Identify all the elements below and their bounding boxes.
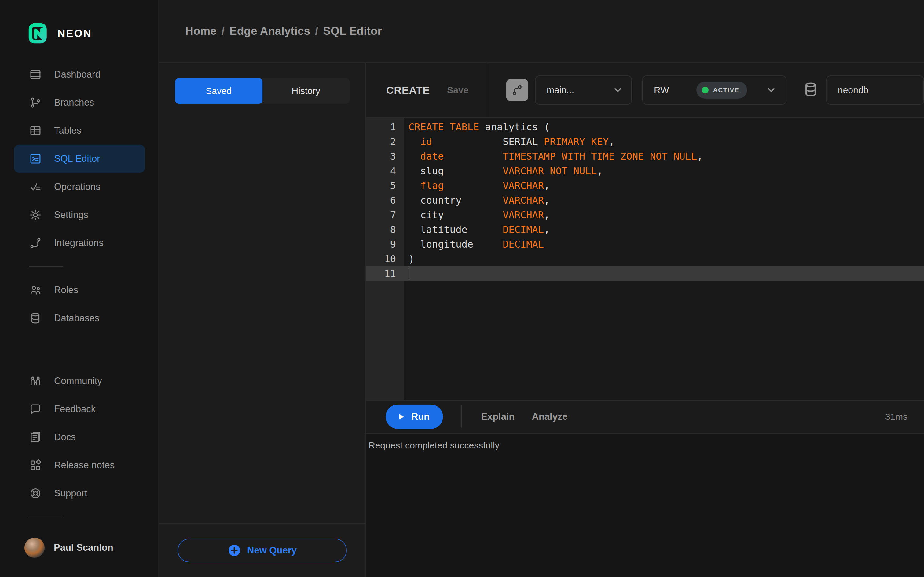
sidebar-item-label: Docs <box>54 432 76 443</box>
sidebar-item-label: Integrations <box>54 237 103 248</box>
database-select-value: neondb <box>838 85 868 95</box>
text-cursor <box>409 268 409 280</box>
sidebar-item-label: SQL Editor <box>54 153 100 164</box>
code-text: date TIMESTAMP WITH TIME ZONE NOT NULL, <box>404 149 703 164</box>
sidebar-item-feedback[interactable]: Feedback <box>14 395 145 423</box>
sidebar-item-databases[interactable]: Databases <box>14 304 145 332</box>
sidebar-item-label: Branches <box>54 97 94 108</box>
databases-icon <box>29 312 42 324</box>
sidebar-item-branches[interactable]: Branches <box>14 89 145 117</box>
sidebar-item-label: Dashboard <box>54 69 100 80</box>
sidebar-item-label: Settings <box>54 210 88 221</box>
code-line-5[interactable]: 5 flag VARCHAR, <box>366 178 924 193</box>
tables-icon <box>29 124 42 137</box>
run-button[interactable]: Run <box>386 405 443 429</box>
database-select[interactable]: neondb <box>826 76 924 105</box>
neon-logo[interactable]: NEON <box>0 0 158 44</box>
active-status-dot <box>702 87 709 93</box>
roles-icon <box>29 284 42 297</box>
sql-code-editor[interactable]: 1CREATE TABLE analytics (2 id SERIAL PRI… <box>366 117 924 400</box>
code-text: id SERIAL PRIMARY KEY, <box>404 134 614 149</box>
queries-list-empty <box>159 104 365 523</box>
new-query-button[interactable]: New Query <box>178 538 347 562</box>
line-number: 9 <box>366 239 404 250</box>
line-number: 1 <box>366 121 404 133</box>
code-text: slug VARCHAR NOT NULL, <box>404 164 603 178</box>
tab-history[interactable]: History <box>262 78 350 104</box>
line-number: 11 <box>366 268 404 279</box>
query-title: CREATE <box>386 84 430 96</box>
run-label: Run <box>411 411 430 422</box>
sidebar-divider-bottom <box>29 517 63 517</box>
endpoint-status-badge: ACTIVE <box>696 82 747 98</box>
sidebar-item-label: Release notes <box>54 460 115 471</box>
sidebar-item-sql-editor[interactable]: SQL Editor <box>14 145 145 173</box>
branch-select[interactable]: main... <box>535 76 632 105</box>
main-region: Home / Edge Analytics / SQL Editor Saved… <box>159 0 924 577</box>
sidebar-item-release-notes[interactable]: Release notes <box>14 451 145 479</box>
code-line-7[interactable]: 7 city VARCHAR, <box>366 208 924 222</box>
docs-icon <box>29 431 42 443</box>
branches-icon <box>29 96 42 109</box>
sidebar-item-settings[interactable]: Settings <box>14 201 145 229</box>
code-line-2[interactable]: 2 id SERIAL PRIMARY KEY, <box>366 134 924 149</box>
sidebar-spacer <box>0 332 158 367</box>
code-line-4[interactable]: 4 slug VARCHAR NOT NULL, <box>366 164 924 178</box>
code-lines: 1CREATE TABLE analytics (2 id SERIAL PRI… <box>366 120 924 281</box>
code-line-3[interactable]: 3 date TIMESTAMP WITH TIME ZONE NOT NULL… <box>366 149 924 164</box>
line-number: 8 <box>366 224 404 235</box>
queries-tabs: Saved History <box>175 78 350 104</box>
explain-button[interactable]: Explain <box>481 411 515 422</box>
breadcrumb-project[interactable]: Edge Analytics <box>229 25 310 37</box>
breadcrumb-separator: / <box>221 25 225 37</box>
code-line-6[interactable]: 6 country VARCHAR, <box>366 193 924 208</box>
results-area <box>366 458 924 577</box>
neon-console-window: NEON DashboardBranchesTablesSQL EditorOp… <box>0 0 924 577</box>
user-menu[interactable]: Paul Scanlon <box>0 526 158 563</box>
new-query-area: New Query <box>159 523 365 577</box>
breadcrumb-home[interactable]: Home <box>185 25 216 37</box>
community-icon <box>29 375 42 387</box>
line-number: 4 <box>366 165 404 177</box>
code-text: ) <box>404 251 414 266</box>
sidebar-item-community[interactable]: Community <box>14 367 145 395</box>
endpoint-select[interactable]: RW ACTIVE <box>642 76 787 105</box>
branch-button[interactable] <box>506 79 528 101</box>
sidebar-item-label: Tables <box>54 125 82 136</box>
sidebar-item-integrations[interactable]: Integrations <box>14 229 145 257</box>
branch-icon <box>510 83 524 97</box>
sidebar-nav-bottom: CommunityFeedbackDocsRelease notesSuppor… <box>0 367 158 508</box>
sidebar-item-dashboard[interactable]: Dashboard <box>14 60 145 89</box>
sidebar-item-label: Operations <box>54 181 100 192</box>
endpoint-select-value: RW <box>654 85 669 95</box>
code-text: CREATE TABLE analytics ( <box>404 120 550 134</box>
line-number: 3 <box>366 150 404 162</box>
sidebar-item-operations[interactable]: Operations <box>14 173 145 201</box>
save-button[interactable]: Save <box>447 85 468 95</box>
breadcrumb: Home / Edge Analytics / SQL Editor <box>185 25 382 37</box>
plus-circle-icon <box>228 544 241 557</box>
sidebar-item-label: Databases <box>54 313 99 324</box>
sidebar-item-tables[interactable]: Tables <box>14 117 145 145</box>
release-notes-icon <box>29 459 42 472</box>
code-line-9[interactable]: 9 longitude DECIMAL <box>366 237 924 251</box>
code-text <box>404 266 409 281</box>
sidebar-nav-secondary: RolesDatabases <box>0 276 158 332</box>
code-line-10[interactable]: 10) <box>366 251 924 266</box>
sql-editor-icon <box>29 152 42 165</box>
brand-name: NEON <box>57 27 92 39</box>
sidebar-item-support[interactable]: Support <box>14 479 145 508</box>
run-toolbar: Run Explain Analyze 31ms <box>366 400 924 434</box>
content: Saved History New Query <box>159 63 924 577</box>
code-line-8[interactable]: 8 latitude DECIMAL, <box>366 222 924 237</box>
code-line-11[interactable]: 11 <box>366 266 924 281</box>
code-line-1[interactable]: 1CREATE TABLE analytics ( <box>366 120 924 134</box>
sidebar-item-label: Support <box>54 488 87 499</box>
sidebar-item-roles[interactable]: Roles <box>14 276 145 304</box>
code-text: country VARCHAR, <box>404 193 550 208</box>
sidebar-item-docs[interactable]: Docs <box>14 423 145 451</box>
analyze-button[interactable]: Analyze <box>532 411 568 422</box>
sidebar-divider <box>29 266 63 267</box>
user-name: Paul Scanlon <box>54 542 113 553</box>
tab-saved[interactable]: Saved <box>175 78 262 104</box>
